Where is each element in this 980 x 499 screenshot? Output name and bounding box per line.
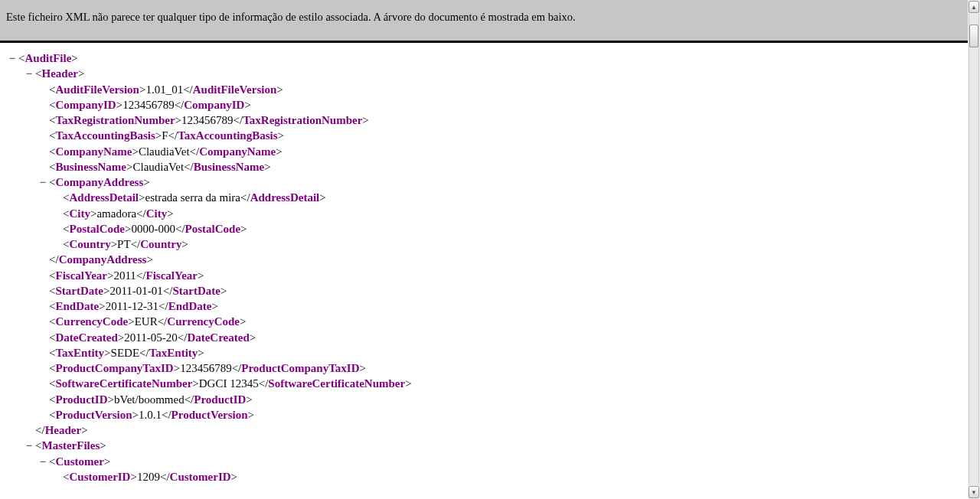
no-style-notice: Este ficheiro XML não parece ter qualque… — [0, 0, 968, 43]
toggle-icon[interactable]: − — [24, 66, 34, 81]
scroll-up-arrow-icon[interactable]: ▲ — [969, 1, 979, 13]
toggle-icon[interactable]: − — [38, 454, 47, 469]
node-customerid: <CustomerID>1209</CustomerID> — [8, 469, 960, 484]
node-taxentity: <TaxEntity>SEDE</TaxEntity> — [8, 345, 960, 360]
node-taxregistrationnumber: <TaxRegistrationNumber>123456789</TaxReg… — [8, 113, 960, 128]
node-productversion: <ProductVersion>1.0.1</ProductVersion> — [8, 407, 960, 422]
node-customer-open: −<Customer> — [8, 454, 960, 469]
toggle-icon[interactable]: − — [24, 438, 34, 453]
node-enddate: <EndDate>2011-12-31</EndDate> — [8, 298, 960, 314]
node-taxaccountingbasis: <TaxAccountingBasis>F</TaxAccountingBasi… — [8, 128, 960, 143]
node-auditfileversion: <AuditFileVersion>1.01_01</AuditFileVers… — [8, 82, 960, 97]
node-softwarecertificatenumber: <SoftwareCertificateNumber>DGCI 12345</S… — [8, 376, 960, 391]
scroll-down-arrow-icon[interactable]: ▼ — [969, 486, 979, 498]
node-masterfiles-open: −<MasterFiles> — [8, 438, 960, 453]
node-city: <City>amadora</City> — [8, 206, 960, 221]
xml-viewer-scroll[interactable]: Este ficheiro XML não parece ter qualque… — [0, 0, 968, 499]
node-country: <Country>PT</Country> — [8, 236, 960, 252]
node-productcompanytaxid: <ProductCompanyTaxID>123456789</ProductC… — [8, 360, 960, 376]
node-fiscalyear: <FiscalYear>2011</FiscalYear> — [8, 268, 960, 283]
outer-scrollbar[interactable]: ▲ ▼ — [968, 0, 980, 499]
node-companyid: <CompanyID>123456789</CompanyID> — [8, 97, 960, 113]
node-businessname: <BusinessName>ClaudiaVet</BusinessName> — [8, 159, 960, 174]
scrollbar-thumb[interactable] — [969, 24, 978, 47]
xml-tree: −<AuditFile> −<Header> <AuditFileVersion… — [0, 51, 968, 499]
toggle-icon[interactable]: − — [8, 51, 17, 66]
node-companyname: <CompanyName>ClaudiaVet</CompanyName> — [8, 144, 960, 159]
node-addressdetail: <AddressDetail>estrada serra da mira</Ad… — [8, 190, 960, 205]
node-productid: <ProductID>bVet/boommed</ProductID> — [8, 392, 960, 407]
scrollbar-track[interactable] — [969, 14, 979, 485]
node-datecreated: <DateCreated>2011-05-20</DateCreated> — [8, 330, 960, 345]
node-companyaddress-close: </CompanyAddress> — [8, 252, 960, 267]
node-currencycode: <CurrencyCode>EUR</CurrencyCode> — [8, 314, 960, 329]
node-header-open: −<Header> — [8, 66, 960, 81]
node-startdate: <StartDate>2011-01-01</StartDate> — [8, 283, 960, 298]
toggle-icon[interactable]: − — [38, 174, 47, 190]
node-postalcode: <PostalCode>0000-000</PostalCode> — [8, 221, 960, 236]
node-companyaddress-open: −<CompanyAddress> — [8, 174, 960, 190]
node-header-close: </Header> — [8, 422, 960, 438]
node-auditfile-open: −<AuditFile> — [8, 51, 960, 66]
